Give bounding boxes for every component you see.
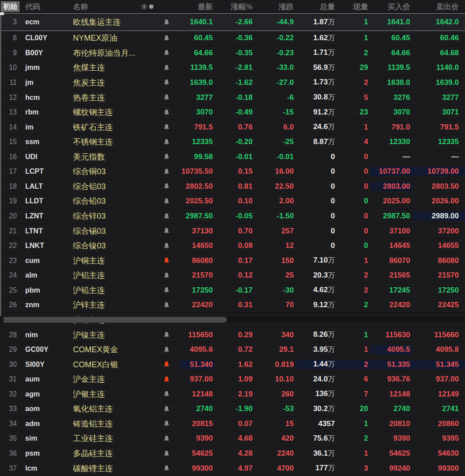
quote-row-LNKT[interactable]: 22LNKT综合镍03146500.0812001464514655 [0, 239, 465, 254]
alert-bell-icon[interactable] [164, 450, 169, 457]
quote-row-cum[interactable]: 23cum沪铜主连860800.171507.10万18607086080 [0, 253, 465, 268]
alert-bell-icon[interactable] [164, 153, 169, 160]
alert-bell-active-icon[interactable] [164, 361, 169, 368]
quote-row-B00Y[interactable]: 9B00Y布伦特原油当月...64.66-0.35-0.231.71万264.6… [0, 46, 465, 61]
column-header-ask[interactable]: 卖出价 [412, 2, 465, 12]
alert-bell-icon[interactable] [164, 465, 169, 472]
column-header-curvol[interactable]: 现量 [337, 2, 370, 12]
quote-row-LZNT[interactable]: 20LZNT综合锌032987.50-0.05-1.50002987.50298… [0, 209, 465, 224]
last-price: 10735.50 [180, 167, 215, 176]
quote-row-CL00Y[interactable]: 8CL00YNYMEX原油60.45-0.36-0.221.62万160.456… [0, 31, 465, 46]
quote-row-LLDT[interactable]: 19LLDT综合铅032025.500.102.00002025.002026.… [0, 194, 465, 209]
column-header-name[interactable]: 名称 [69, 2, 153, 12]
instrument-code: pbm [20, 286, 69, 294]
bid-price: 10737.00 [370, 167, 412, 176]
column-header-vol[interactable]: 总量 [296, 2, 337, 12]
bell-cell [153, 287, 180, 293]
alert-bell-icon[interactable] [164, 213, 169, 220]
alert-bell-icon[interactable] [164, 94, 169, 101]
total-volume: 36.1万 [296, 449, 337, 458]
alert-bell-icon[interactable] [164, 347, 169, 353]
quote-row-LTNT[interactable]: 21LTNT综合锡03371300.70257003710037200 [0, 224, 465, 239]
alert-bell-icon[interactable] [164, 272, 169, 279]
quote-row-pbm[interactable]: 25pbm沪铅主连17250-0.17-304.62万21724517250 [0, 283, 465, 298]
vertical-scrollbar[interactable] [0, 14, 1, 316]
alert-bell-icon[interactable] [164, 50, 169, 56]
quote-row-agm[interactable]: 32agm沪银主连121482.19260136万71214812149 [0, 387, 465, 402]
alert-bell-icon[interactable] [164, 228, 169, 234]
instrument-code: lcm [20, 465, 69, 472]
quote-row-jmm[interactable]: 10jmm焦煤主连1139.5-2.81-33.056.9万291139.511… [0, 61, 465, 76]
change-percent: -0.05 [215, 212, 255, 221]
change-percent: 1.62 [215, 360, 255, 369]
alert-bell-icon[interactable] [164, 243, 169, 249]
alert-bell-icon[interactable] [164, 124, 169, 130]
column-header-last[interactable]: 最新 [180, 2, 215, 12]
initial-sort-badge: 初始 [1, 1, 19, 12]
volume-unit: 万 [328, 404, 335, 414]
change-percent: 0.12 [215, 271, 255, 280]
dot-icon[interactable] [149, 4, 154, 9]
alert-bell-active-icon[interactable] [164, 257, 169, 264]
quote-row-LALT[interactable]: 18LALT综合铝032802.500.8122.50002803.002803… [0, 179, 465, 194]
alert-bell-icon[interactable] [164, 198, 169, 205]
alert-bell-icon[interactable] [164, 391, 169, 397]
quote-row-SI00Y[interactable]: 30SI00YCOMEX白银51.3401.620.8191.44万251.33… [0, 357, 465, 372]
quote-row-psm[interactable]: 36psm多晶硅主连546254.28224036.1万15462554630 [0, 446, 465, 461]
column-header-pct[interactable]: 涨幅% [215, 2, 255, 12]
last-price: 20815 [180, 419, 215, 428]
column-header-chg[interactable]: 涨跌 [255, 2, 296, 12]
quote-row-alm[interactable]: 24alm沪铝主连215700.122520.3万22156521570 [0, 268, 465, 283]
alert-bell-icon[interactable] [164, 65, 169, 71]
horizontal-scrollbar[interactable] [0, 316, 465, 323]
quote-row-nim[interactable]: 28nim沪镍主连1156500.293408.26万1115630115660 [0, 327, 465, 343]
alert-bell-icon[interactable] [164, 183, 169, 190]
quote-row-hcm[interactable]: 12hcm热卷主连3277-0.18-630.8万532763277 [0, 90, 465, 105]
column-header-initial[interactable]: 初始 [0, 1, 20, 12]
quote-row-LCPT[interactable]: 17LCPT综合铜0310735.500.1516.000010737.0010… [0, 164, 465, 179]
quote-row-ecm[interactable]: 3ecm欧线集运主连1640.1-2.66-44.91.87万11641.016… [0, 13, 465, 31]
quote-row-im[interactable]: 14im铁矿石主连791.50.766.024.6万1791.0791.5 [0, 120, 465, 135]
quote-row-rbm[interactable]: 13rbm螺纹钢主连3070-0.49-1591.2万2330703071 [0, 105, 465, 120]
alert-bell-icon[interactable] [164, 109, 169, 116]
row-number: 11 [0, 79, 20, 87]
quote-row-znm[interactable]: 26znm沪锌主连224200.31709.12万22242022425 [0, 298, 465, 313]
quote-row-lcm[interactable]: 37lcm碳酸锂主连993004.974700177万39924099300 [0, 461, 465, 476]
row-number: 37 [0, 465, 20, 472]
alert-bell-icon[interactable] [164, 331, 169, 338]
volume-unit: 万 [328, 34, 335, 43]
quote-row-sim[interactable]: 35sim工业硅主连93904.6842075.6万293909395 [0, 431, 465, 446]
alert-bell-icon[interactable] [164, 406, 169, 412]
alert-bell-icon[interactable] [164, 139, 169, 145]
quote-row-ssm[interactable]: 15ssm不锈钢主连12335-0.20-258.87万41233012335 [0, 135, 465, 150]
horizontal-scrollbar-thumb[interactable] [2, 317, 227, 323]
quote-row-jm[interactable]: 11jm焦炭主连1639.0-1.62-27.01.73万21638.01639… [0, 76, 465, 91]
alert-bell-icon[interactable] [164, 302, 169, 308]
alert-bell-icon[interactable] [164, 420, 169, 427]
alert-bell-icon[interactable] [164, 79, 169, 86]
total-volume: 3.95万 [296, 345, 337, 354]
scroll-left-arrow-icon[interactable] [1, 318, 4, 322]
alert-bell-icon[interactable] [164, 19, 169, 26]
current-volume: 6 [337, 375, 370, 384]
alert-bell-icon[interactable] [164, 168, 169, 175]
quote-row-adm[interactable]: 34adm铸造铝主连208150.0715435712081020860 [0, 417, 465, 432]
change-value: 150 [255, 256, 296, 265]
total-volume: 0 [296, 227, 337, 236]
quote-row-GC00Y[interactable]: 29GC00YCOMEX黄金4095.60.7229.13.95万14095.5… [0, 343, 465, 358]
alert-bell-icon[interactable] [164, 35, 169, 42]
bid-price: 115630 [370, 331, 412, 339]
quote-row-aum[interactable]: 31aum沪金主连937.001.0910.1024.0万6936.76937.… [0, 372, 465, 387]
alert-bell-icon[interactable] [164, 435, 169, 442]
total-volume: 4357 [296, 419, 337, 428]
alert-bell-icon[interactable] [164, 287, 169, 293]
ask-price: 4095.8 [412, 345, 465, 354]
total-volume: 0 [296, 197, 337, 206]
quote-row-aom[interactable]: 33aom氧化铝主连2740-1.90-5330.2万2027402741 [0, 402, 465, 417]
column-header-code[interactable]: 代码 [20, 2, 69, 12]
alert-bell-active-icon[interactable] [164, 376, 169, 383]
column-header-bid[interactable]: 买入价 [370, 2, 412, 12]
sun-icon[interactable] [141, 4, 147, 10]
quote-row-UDI[interactable]: 16UDI美元指数99.58-0.01-0.0100—— [0, 150, 465, 165]
last-price: 99300 [180, 464, 215, 473]
